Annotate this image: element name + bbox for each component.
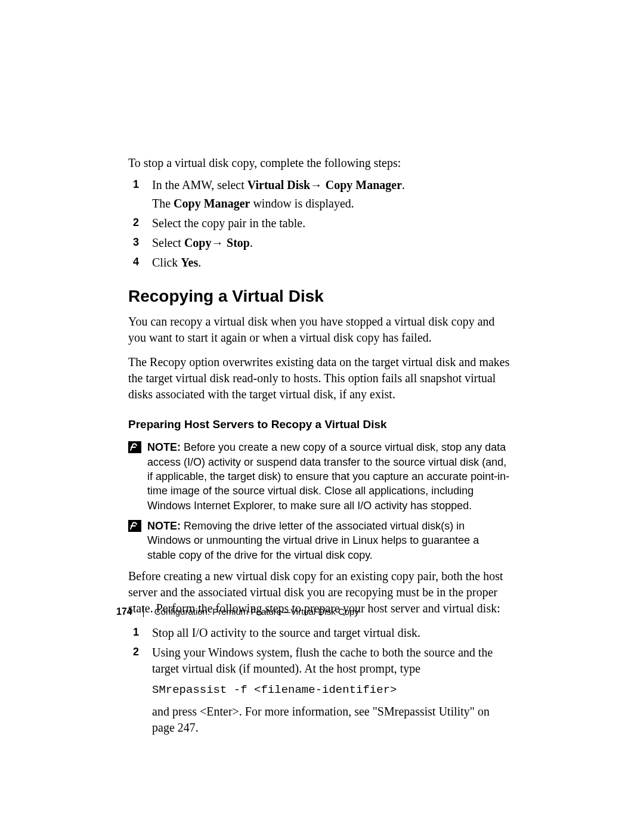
bold-text: Copy — [184, 236, 212, 249]
step-text: Stop all I/O activity to the source and … — [152, 625, 510, 641]
step-text: In the AMW, select Virtual Disk→ Copy Ma… — [152, 177, 510, 193]
bold-text: Virtual Disk — [247, 178, 310, 191]
section-heading: Recopying a Virtual Disk — [128, 285, 510, 308]
footer-text: Configuration: Premium Feature—Virtual D… — [154, 606, 359, 618]
bold-text: Stop — [227, 236, 250, 249]
text-run: In the AMW, select — [152, 178, 247, 191]
note-2: NOTE: Removing the drive letter of the a… — [128, 519, 510, 562]
subsection-heading: Preparing Host Servers to Recopy a Virtu… — [128, 417, 510, 432]
paragraph-1: You can recopy a virtual disk when you h… — [128, 314, 510, 346]
step-text: Select Copy→ Stop. — [152, 235, 510, 251]
text-run: The — [152, 197, 174, 210]
note-2-text: NOTE: Removing the drive letter of the a… — [147, 519, 510, 562]
note-1-body: Before you create a new copy of a source… — [147, 441, 509, 511]
step-number: 1 — [133, 177, 139, 191]
arrow-glyph: → — [211, 236, 227, 249]
intro-text: To stop a virtual disk copy, complete th… — [128, 155, 510, 171]
note-1-text: NOTE: Before you create a new copy of a … — [147, 440, 510, 512]
text-run: Using your Windows system, flush the cac… — [152, 646, 493, 675]
step-number: 4 — [133, 255, 139, 269]
arrow-glyph: → — [310, 178, 326, 191]
note-2-lead: NOTE: — [147, 520, 181, 532]
step-item: 3Select Copy→ Stop. — [128, 235, 510, 251]
note-1-lead: NOTE: — [147, 441, 181, 453]
step-text: Select the copy pair in the table. — [152, 215, 510, 231]
note-1: NOTE: Before you create a new copy of a … — [128, 440, 510, 512]
text-run: Stop all I/O activity to the source and … — [152, 626, 420, 639]
step-item: 2Select the copy pair in the table. — [128, 215, 510, 231]
text-run: Select — [152, 236, 184, 249]
text-run: . — [198, 256, 201, 269]
bold-text: Copy Manager — [174, 197, 250, 210]
page-number: 174 — [116, 605, 132, 618]
step-after: and press <Enter>. For more information,… — [152, 704, 510, 736]
note-icon — [128, 441, 141, 453]
steps-list-top: 1In the AMW, select Virtual Disk→ Copy M… — [128, 177, 510, 271]
document-page: To stop a virtual disk copy, complete th… — [0, 0, 644, 833]
step-item: 4Click Yes. — [128, 255, 510, 271]
step-text: Using your Windows system, flush the cac… — [152, 645, 510, 677]
step-tail: The Copy Manager window is displayed. — [152, 196, 510, 212]
bold-text: Yes — [181, 256, 198, 269]
step-number: 2 — [133, 215, 139, 230]
footer-divider — [143, 606, 144, 617]
text-run: Select the copy pair in the table. — [152, 216, 305, 230]
text-run: . — [402, 178, 405, 191]
step-item: 2Using your Windows system, flush the ca… — [128, 645, 510, 736]
step-number: 1 — [133, 625, 139, 639]
bold-text: Copy Manager — [326, 178, 402, 191]
step-text: Click Yes. — [152, 255, 510, 271]
paragraph-2: The Recopy option overwrites existing da… — [128, 354, 510, 402]
note-icon — [128, 520, 141, 532]
code-line: SMrepassist -f <filename-identifier> — [152, 683, 510, 698]
note-2-body: Removing the drive letter of the associa… — [147, 520, 479, 561]
steps-list-bottom: 1Stop all I/O activity to the source and… — [128, 625, 510, 736]
step-item: 1Stop all I/O activity to the source and… — [128, 625, 510, 641]
text-run: window is displayed. — [250, 197, 354, 210]
step-number: 2 — [133, 645, 139, 659]
step-number: 3 — [133, 235, 139, 249]
text-run: Click — [152, 256, 181, 269]
page-footer: 174 Configuration: Premium Feature—Virtu… — [116, 605, 359, 618]
text-run: . — [250, 236, 253, 249]
step-item: 1In the AMW, select Virtual Disk→ Copy M… — [128, 177, 510, 212]
